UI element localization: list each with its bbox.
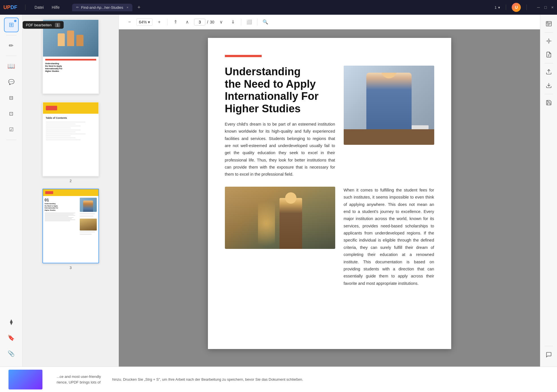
page-left-column: Understanding the Need to Apply Internat… [225,66,335,178]
main-layout: ⊞ PDF bearbeiten 1 ✏ 📖 💬 ⊟ ⊡ ☑ [0,15,557,367]
sidebar-item-export[interactable]: ⊡ [4,106,19,121]
toc-title: Table of Contents [46,117,96,119]
toc-line4 [46,128,71,128]
extract-button[interactable] [543,48,555,61]
next-page-button[interactable]: ∨ [216,17,226,27]
sidebar-item-bookmark[interactable]: 🔖 [4,330,19,345]
thumbnail-page3[interactable]: 01 Understandingthe Need to ApplyInterna… [42,189,99,270]
tab-close-button[interactable]: × [127,6,128,9]
t3-line2 [45,214,74,214]
save-icon [546,100,552,106]
page-input: / 30 [194,19,214,25]
zoom-display[interactable]: 64% ▾ [136,18,152,26]
page-number-input[interactable] [194,19,205,25]
active-indicator [14,20,16,22]
t3-r-line1 [80,214,95,214]
bottom-bar-image [8,370,42,389]
pdf-viewer[interactable]: Understanding the Need to Apply Internat… [119,29,540,367]
toc-line1 [46,122,86,122]
page-photo-library [225,187,335,249]
page-nav-dropdown-icon[interactable]: ▾ [498,5,500,10]
sidebar-sep2 [6,56,16,56]
t3-line5 [45,217,74,218]
sidebar-item-attachment[interactable]: 📎 [4,346,19,361]
thumbnail-label-3: 3 [70,266,72,270]
t3-r-line4 [80,234,92,234]
toolbar-sep1 [167,19,167,25]
upload-icon [546,69,552,75]
menu-hilfe[interactable]: Hilfe [48,4,63,11]
sidebar-item-layers[interactable]: ⧫ [4,315,19,329]
thumb1-red-bar [45,59,96,61]
t3-line4 [45,216,68,217]
toc-line7 [46,133,86,134]
right-panel [540,15,557,367]
thumb3-image: 01 Understandingthe Need to ApplyInterna… [43,189,98,263]
t3-line1 [45,213,75,213]
app-logo: UPDF [3,5,17,10]
sidebar-item-form[interactable]: ☑ [4,122,19,137]
upload-button[interactable] [543,66,555,78]
thumbnail-frame-1: Understandingthe Need to ApplyInternatio… [42,19,99,94]
sidebar-item-annotate[interactable]: 💬 [4,75,19,89]
tab-pdf-icon: ✏ [76,5,79,9]
minimize-button[interactable]: ─ [537,5,540,10]
sidebar-item-edit[interactable]: ✏ [4,38,19,53]
close-window-button[interactable]: × [551,5,554,10]
ocr-button[interactable] [543,18,555,30]
new-tab-button[interactable]: + [137,5,141,10]
t3-r-line2 [80,216,93,216]
right-panel-bottom [543,345,555,364]
maximize-button[interactable]: □ [544,5,547,10]
svg-rect-0 [546,21,551,26]
prev-page-button[interactable]: ∧ [182,17,192,27]
titlebar-menu: Datei Hilfe [31,4,63,11]
thumbnail-page2[interactable]: Table of Contents 2 [42,102,99,183]
page-content-grid: Understanding the Need to Apply Internat… [225,66,434,178]
present-button[interactable]: ⬜ [244,17,254,27]
t3-line3 [45,215,75,216]
save-button[interactable] [543,96,555,109]
thumb1-photo [43,20,98,57]
page-sep: / [207,20,208,24]
right-sep1 [545,32,553,33]
sidebar-sep3 [6,140,16,140]
page-top-bar [225,55,262,57]
tab-title: Find-and-Ap...her-Studies [81,5,123,10]
toc-line8 [46,135,71,136]
zoom-in-button[interactable]: + [154,17,164,27]
form-icon: ☑ [9,126,14,133]
sidebar-item-thumbnails[interactable]: ⊞ PDF bearbeiten 1 [4,18,19,32]
bottom-bar: ...ce and most user-friendlyrience, UPDF… [0,367,557,392]
export-icon: ⊡ [9,111,13,117]
sidebar-item-organize[interactable]: ⊟ [4,91,19,105]
scan-button[interactable] [543,35,555,47]
thumb1-image: Understandingthe Need to ApplyInternatio… [43,20,98,93]
thumbnail-frame-3: 01 Understandingthe Need to ApplyInterna… [42,189,99,263]
search-button[interactable]: 🔍 [260,17,270,27]
thumbnails-icon: ⊞ [9,21,14,29]
page-photo-person [344,66,434,145]
separator [25,5,25,10]
pdf-page-3: Understanding the Need to Apply Internat… [208,38,451,349]
thumbnail-label-2: 2 [70,179,72,183]
user-avatar[interactable]: U [512,3,521,12]
zoom-out-button[interactable]: − [124,17,135,27]
bottom-bar-left-text: ...ce and most user-friendlyrience, UPDF… [57,374,101,385]
last-page-button[interactable]: ⇓ [228,17,238,27]
download-button[interactable] [543,79,555,92]
active-tab[interactable]: ✏ Find-and-Ap...her-Studies × [72,4,132,11]
first-page-button[interactable]: ⇑ [170,17,180,27]
edit-pdf-icon: ✏ [9,42,14,49]
page-right-image [344,66,434,178]
page-nav-number: 1 [494,5,496,10]
bottom-right-content: hinzu. Drucken Sie „Strg + S", um Ihre A… [112,377,303,382]
zoom-dropdown-icon: ▾ [148,20,150,24]
thumbnail-page1[interactable]: Understandingthe Need to ApplyInternatio… [42,19,99,96]
sidebar-item-read[interactable]: 📖 [4,59,19,74]
chat-button[interactable] [543,348,555,361]
menu-datei[interactable]: Datei [31,4,47,11]
thumb2-logo [46,106,57,110]
t3-line6 [45,218,72,219]
page-bottom-grid: When it comes to fulfilling the student … [225,187,434,287]
